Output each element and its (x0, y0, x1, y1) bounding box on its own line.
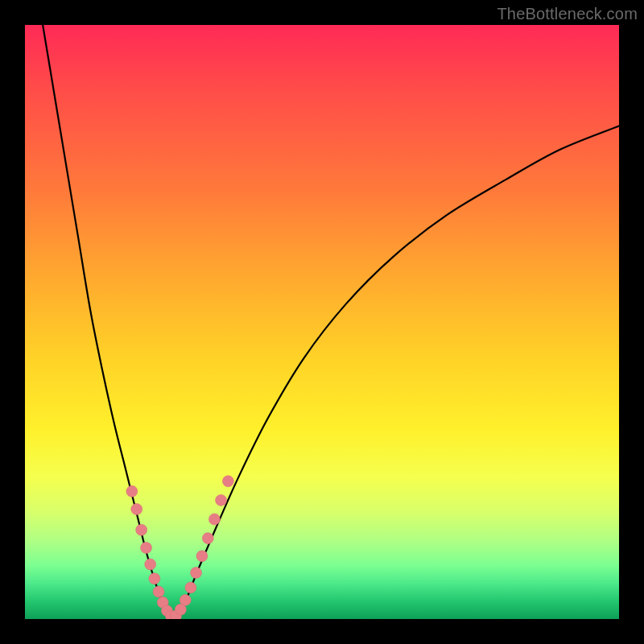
bead (126, 485, 138, 497)
bead (185, 582, 196, 593)
bead (222, 476, 233, 487)
beads-left (126, 485, 177, 619)
bead (141, 542, 152, 553)
bead (196, 551, 208, 562)
curve-left-arm (43, 25, 173, 619)
bead (202, 533, 213, 544)
bead (131, 503, 142, 514)
bead (216, 494, 227, 506)
chart-frame (25, 25, 619, 619)
chart-svg (25, 25, 619, 619)
bead (191, 567, 202, 578)
beads-right (170, 476, 233, 619)
watermark-text: TheBottleneck.com (497, 5, 638, 23)
bead (145, 559, 156, 570)
bead (136, 524, 147, 535)
bead (208, 514, 220, 525)
bead (149, 573, 160, 584)
bead (180, 594, 191, 605)
bead (153, 586, 164, 597)
curve-right-arm (174, 126, 620, 619)
